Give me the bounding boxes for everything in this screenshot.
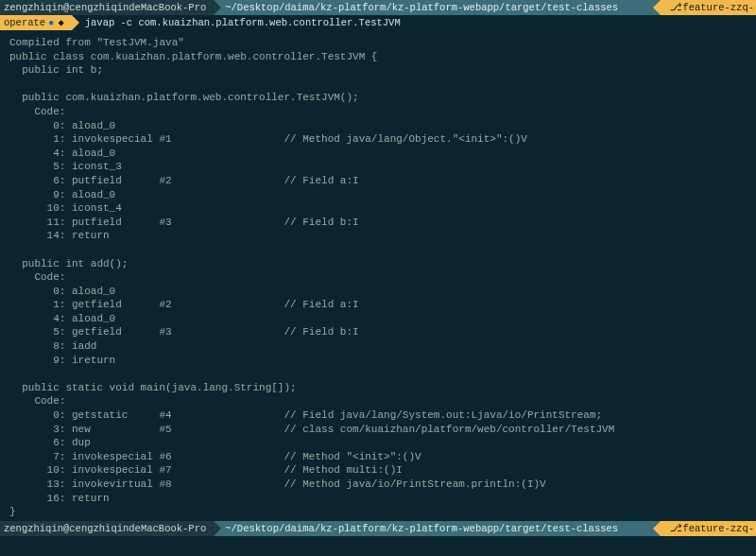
output-line: 16: return	[9, 492, 747, 506]
path-segment: ~/Desktop/daima/kz-platform/kz-platform-…	[221, 521, 653, 536]
output-line: 3: new #5 // class com/kuaizhan/platform…	[9, 423, 747, 437]
output-line: 5: getfield #3 // Field b:I	[9, 325, 747, 339]
output-line: public int add();	[9, 257, 747, 271]
output-line: 1: invokespecial #1 // Method java/lang/…	[9, 132, 747, 147]
branch-icon: ⎇	[670, 522, 682, 535]
output-line: 7: invokespecial #6 // Method "<init>":(…	[9, 450, 747, 464]
output-line: 6: putfield #2 // Field a:I	[9, 174, 747, 188]
output-line: 5: iconst_3	[9, 160, 747, 174]
branch-text: feature-zzq-	[682, 1, 754, 14]
output-line: 4: aload_0	[9, 312, 747, 326]
branch-segment: ⎇ feature-zzq-	[661, 0, 756, 15]
terminal-output[interactable]: Compiled from "TestJVM.java"public class…	[0, 30, 756, 521]
command-text[interactable]: javap -c com.kuaizhan.platform.web.contr…	[79, 15, 401, 30]
status-dot-icon: ●	[48, 16, 54, 29]
output-line: }	[9, 505, 747, 519]
output-line: 14: return	[9, 229, 747, 243]
separator-icon	[214, 521, 221, 536]
output-line: Code:	[9, 105, 747, 119]
separator-icon	[214, 0, 221, 15]
output-line: 0: aload_0	[9, 285, 747, 299]
output-line: 0: getstatic #4 // Field java/lang/Syste…	[9, 408, 747, 423]
output-line: 8: iadd	[9, 339, 747, 354]
separator-icon	[653, 521, 661, 536]
output-line: 9: ireturn	[9, 354, 747, 368]
output-line: Code:	[9, 270, 747, 285]
status-bar-top: zengzhiqin@cengzhiqindeMacBook-Pro ~/Des…	[0, 0, 756, 15]
output-line: Compiled from "TestJVM.java"	[9, 36, 747, 50]
host-text: zengzhiqin@cengzhiqindeMacBook-Pro	[4, 522, 206, 535]
output-line: 6: dup	[9, 436, 747, 450]
output-line: 10: invokespecial #7 // Method multi:()I	[9, 463, 747, 478]
output-line: public class com.kuaizhan.platform.web.c…	[9, 50, 747, 64]
output-line: 0: aload_0	[9, 119, 747, 133]
status-bar-bottom: zengzhiqin@cengzhiqindeMacBook-Pro ~/Des…	[0, 521, 756, 536]
operate-label: operate	[4, 16, 45, 29]
host-segment: zengzhiqin@cengzhiqindeMacBook-Pro	[0, 521, 214, 536]
output-line: Code:	[9, 394, 747, 408]
status-diamond-icon: ◆	[58, 16, 63, 29]
output-line: public static void main(java.lang.String…	[9, 381, 747, 395]
branch-text: feature-zzq-	[682, 522, 754, 535]
operate-segment: operate ● ◆	[0, 15, 72, 30]
output-line: 4: aload_0	[9, 147, 747, 161]
output-line: public int b;	[9, 63, 747, 78]
host-text: zengzhiqin@cengzhiqindeMacBook-Pro	[4, 1, 206, 14]
output-line	[9, 243, 747, 257]
host-segment: zengzhiqin@cengzhiqindeMacBook-Pro	[0, 0, 214, 15]
output-line	[9, 367, 747, 381]
path-text: ~/Desktop/daima/kz-platform/kz-platform-…	[225, 1, 618, 14]
separator-icon	[653, 0, 661, 15]
output-line	[9, 78, 747, 92]
branch-segment: ⎇ feature-zzq-	[661, 521, 756, 536]
output-line: 11: putfield #3 // Field b:I	[9, 216, 747, 230]
separator-icon	[72, 15, 79, 30]
output-line: 10: iconst_4	[9, 201, 747, 216]
output-line: public com.kuaizhan.platform.web.control…	[9, 91, 747, 105]
output-line: 1: getfield #2 // Field a:I	[9, 298, 747, 312]
command-line[interactable]: operate ● ◆ javap -c com.kuaizhan.platfo…	[0, 15, 756, 30]
path-text: ~/Desktop/daima/kz-platform/kz-platform-…	[225, 522, 618, 535]
branch-icon: ⎇	[670, 1, 682, 14]
output-line: 9: aload_0	[9, 188, 747, 202]
output-line: 13: invokevirtual #8 // Method java/io/P…	[9, 478, 747, 492]
path-segment: ~/Desktop/daima/kz-platform/kz-platform-…	[221, 0, 653, 15]
